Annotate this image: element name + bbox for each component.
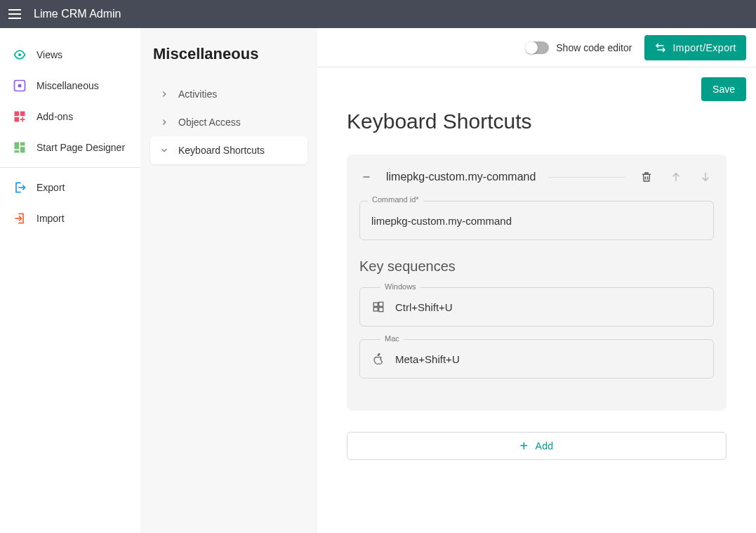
main-area: Show code editor Import/Export Save Keyb…: [317, 28, 756, 533]
sidebar-item-miscellaneous[interactable]: Miscellaneous: [0, 70, 140, 101]
collapse-icon[interactable]: [359, 170, 373, 184]
shortcut-card: limepkg-custom.my-command Command id*: [347, 154, 727, 411]
svg-rect-4: [20, 112, 25, 117]
content: Keyboard Shortcuts limepkg-custom.my-com…: [317, 101, 756, 482]
addon-icon: [13, 110, 27, 124]
panel-item-label: Activities: [178, 88, 217, 100]
key-sequences-title: Key sequences: [359, 258, 714, 275]
svg-rect-9: [15, 150, 20, 152]
panel-item-label: Object Access: [178, 117, 241, 128]
mac-label: Mac: [380, 334, 404, 343]
panel-item-object-access[interactable]: Object Access: [150, 108, 307, 136]
svg-rect-8: [20, 147, 25, 152]
add-label: Add: [536, 440, 554, 452]
plus-icon: +: [520, 439, 529, 453]
sidebar-item-start-page-designer[interactable]: Start Page Designer: [0, 132, 140, 163]
toolbar: Show code editor Import/Export: [317, 28, 756, 67]
mac-input[interactable]: [395, 353, 702, 365]
header-divider: [548, 177, 625, 178]
svg-rect-11: [379, 302, 383, 306]
apple-icon: [371, 352, 385, 366]
chevron-right-icon: [159, 117, 170, 128]
svg-rect-12: [373, 308, 378, 311]
sidebar-item-import[interactable]: Import: [0, 203, 140, 234]
add-button[interactable]: + Add: [347, 432, 727, 460]
windows-input[interactable]: [395, 301, 702, 313]
chevron-right-icon: [159, 88, 170, 100]
sidebar-item-label: Miscellaneous: [37, 80, 99, 91]
sidebar-divider: [0, 167, 140, 168]
app-title: Lime CRM Admin: [34, 8, 121, 20]
sidebar-item-label: Add-ons: [37, 111, 73, 122]
secondary-panel: Miscellaneous Activities Object Access K…: [140, 28, 317, 533]
mac-field: Mac: [359, 339, 714, 379]
import-icon: [13, 211, 27, 225]
svg-rect-13: [379, 308, 383, 312]
sidebar-item-views[interactable]: Views: [0, 39, 140, 70]
move-down-icon[interactable]: [697, 169, 714, 185]
miscellaneous-icon: [13, 79, 27, 93]
sidebar: Views Miscellaneous Add-ons Start Page D…: [0, 28, 140, 533]
card-title: limepkg-custom.my-command: [386, 171, 536, 183]
windows-icon: [371, 300, 385, 314]
svg-rect-3: [15, 112, 20, 117]
sidebar-item-label: Export: [37, 182, 65, 193]
svg-rect-6: [15, 143, 20, 150]
save-button[interactable]: Save: [701, 77, 746, 101]
sidebar-item-addons[interactable]: Add-ons: [0, 101, 140, 132]
svg-rect-5: [15, 117, 20, 122]
sidebar-item-label: Views: [37, 49, 62, 60]
topbar: Lime CRM Admin: [0, 0, 756, 28]
svg-point-0: [18, 53, 21, 56]
svg-rect-7: [20, 143, 25, 146]
panel-item-keyboard-shortcuts[interactable]: Keyboard Shortcuts: [150, 136, 307, 164]
panel-title: Miscellaneous: [150, 45, 307, 63]
card-header: limepkg-custom.my-command: [359, 169, 714, 185]
menu-icon[interactable]: [8, 6, 25, 22]
sidebar-item-label: Start Page Designer: [37, 142, 125, 153]
svg-point-2: [18, 84, 22, 88]
chevron-down-icon: [159, 145, 170, 156]
code-editor-toggle[interactable]: [525, 41, 549, 54]
sidebar-item-export[interactable]: Export: [0, 172, 140, 203]
move-up-icon[interactable]: [668, 169, 684, 185]
sidebar-item-label: Import: [37, 213, 65, 224]
code-editor-toggle-wrap: Show code editor: [525, 41, 632, 54]
command-id-field: Command id*: [359, 201, 714, 240]
grid-icon: [13, 140, 27, 154]
toggle-label: Show code editor: [556, 42, 632, 53]
svg-rect-10: [373, 303, 378, 306]
windows-field: Windows: [359, 287, 714, 327]
delete-icon[interactable]: [638, 169, 655, 185]
swap-icon: [654, 41, 667, 54]
windows-label: Windows: [380, 282, 420, 291]
export-icon: [13, 180, 27, 195]
page-title: Keyboard Shortcuts: [347, 110, 727, 133]
command-id-label: Command id*: [368, 195, 423, 204]
import-export-label: Import/Export: [672, 42, 736, 53]
command-id-input[interactable]: [359, 201, 714, 240]
save-row: Save: [317, 67, 756, 101]
panel-item-label: Keyboard Shortcuts: [178, 145, 265, 156]
import-export-button[interactable]: Import/Export: [644, 35, 746, 60]
eye-icon: [13, 48, 27, 62]
panel-item-activities[interactable]: Activities: [150, 80, 307, 108]
